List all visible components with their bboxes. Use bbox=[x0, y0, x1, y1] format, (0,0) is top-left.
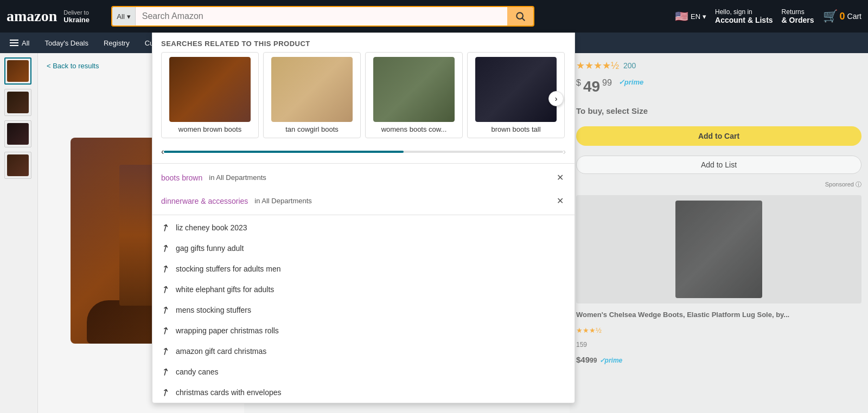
scroll-right-arrow[interactable]: › bbox=[563, 147, 566, 157]
hamburger-icon bbox=[10, 40, 18, 46]
account-link[interactable]: Hello, sign in Account & Lists bbox=[715, 8, 773, 24]
close-recent-1[interactable]: ✕ bbox=[554, 170, 566, 185]
trending-arrow-icon-4: ↗ bbox=[159, 282, 172, 297]
search-dropdown: SEARCHES RELATED TO THIS PRODUCT women b… bbox=[152, 33, 575, 403]
language-selector[interactable]: 🇺🇸 EN ▾ bbox=[675, 10, 706, 23]
thumbnail-1[interactable] bbox=[4, 57, 31, 85]
recent-search-1[interactable]: boots brown in All Departments ✕ bbox=[152, 166, 575, 189]
brown-boot-image bbox=[169, 57, 251, 122]
tall-boot-image bbox=[475, 57, 557, 122]
trending-label-6: wrapping paper christmas rolls bbox=[176, 326, 279, 335]
all-menu-button[interactable]: All bbox=[7, 37, 33, 49]
thumbnail-2[interactable] bbox=[4, 89, 31, 116]
recommended-product-image[interactable] bbox=[576, 195, 861, 304]
trending-item-9[interactable]: ↗ christmas cards with envelopes bbox=[152, 382, 575, 403]
cart-link[interactable]: 🛒 0 Cart bbox=[823, 9, 861, 23]
recent-search-label-1: boots brown bbox=[161, 173, 202, 182]
rec-star-rating: ★★★½ bbox=[576, 326, 861, 334]
rec-price: $4999 ✓prime bbox=[576, 355, 861, 364]
amazon-logo[interactable]: amazon bbox=[7, 8, 57, 25]
trending-label-7: amazon gift card christmas bbox=[176, 347, 266, 356]
related-label-3: womens boots cow... bbox=[381, 125, 447, 133]
trending-item-6[interactable]: ↗ wrapping paper christmas rolls bbox=[152, 320, 575, 341]
trending-label-5: mens stocking stuffers bbox=[176, 306, 251, 314]
close-recent-2[interactable]: ✕ bbox=[554, 193, 566, 208]
trending-arrow-icon-1: ↗ bbox=[159, 221, 172, 235]
navbar-today-deals[interactable]: Today's Deals bbox=[41, 37, 92, 49]
trending-item-7[interactable]: ↗ amazon gift card christmas bbox=[152, 341, 575, 362]
trending-arrow-icon-7: ↗ bbox=[159, 344, 172, 359]
trending-item-1[interactable]: ↗ liz cheney book 2023 bbox=[152, 217, 575, 238]
divider-1 bbox=[152, 163, 575, 164]
divider-2 bbox=[152, 215, 575, 215]
trending-item-4[interactable]: ↗ white elephant gifts for adults bbox=[152, 279, 575, 300]
right-panel: ★★★★½ 200 $ 49 99 ✓prime To buy, select … bbox=[570, 53, 868, 413]
thumbnail-4[interactable] bbox=[4, 152, 31, 179]
thumbnail-3[interactable] bbox=[4, 120, 31, 147]
related-product-2[interactable]: tan cowgirl boots bbox=[263, 52, 361, 138]
search-bar: All ▾ bbox=[111, 6, 534, 27]
star-rating: ★★★★½ bbox=[576, 60, 619, 72]
search-button[interactable] bbox=[507, 7, 533, 25]
trending-item-5[interactable]: ↗ mens stocking stuffers bbox=[152, 300, 575, 320]
search-input[interactable] bbox=[136, 7, 508, 25]
related-product-1[interactable]: women brown boots bbox=[161, 52, 259, 138]
related-products-section: women brown boots tan cowgirl boots wome… bbox=[152, 52, 575, 145]
related-label-2: tan cowgirl boots bbox=[285, 125, 339, 133]
recent-search-2[interactable]: dinnerware & accessories in All Departme… bbox=[152, 189, 575, 212]
recent-search-left-1: boots brown in All Departments bbox=[161, 173, 266, 182]
related-img-4 bbox=[475, 57, 557, 122]
trending-arrow-icon-8: ↗ bbox=[159, 365, 172, 379]
related-product-3[interactable]: womens boots cow... bbox=[365, 52, 463, 138]
dropdown-header: SEARCHES RELATED TO THIS PRODUCT bbox=[152, 33, 575, 52]
review-count[interactable]: 200 bbox=[623, 61, 636, 70]
related-products-list: women brown boots tan cowgirl boots wome… bbox=[152, 52, 575, 145]
recent-search-dept-1: in All Departments bbox=[209, 173, 266, 182]
recent-search-dept-2: in All Departments bbox=[254, 197, 312, 205]
rec-review-count: 159 bbox=[576, 341, 861, 349]
scroll-progress-bar: ‹ › bbox=[152, 145, 575, 161]
trending-item-8[interactable]: ↗ candy canes bbox=[152, 362, 575, 382]
add-to-list-button[interactable]: Add to List bbox=[576, 156, 861, 174]
progress-bar bbox=[164, 151, 563, 153]
search-category-select[interactable]: All ▾ bbox=[112, 7, 135, 25]
trending-arrow-icon-9: ↗ bbox=[159, 385, 172, 400]
related-img-3 bbox=[373, 57, 455, 122]
sponsored-label: Sponsored ⓘ bbox=[576, 180, 861, 189]
tan-boot-image bbox=[271, 57, 353, 122]
trending-label-9: christmas cards with envelopes bbox=[176, 388, 282, 397]
svg-line-1 bbox=[522, 18, 525, 21]
trending-label-1: liz cheney book 2023 bbox=[176, 223, 247, 232]
trending-arrow-icon-2: ↗ bbox=[159, 241, 172, 256]
trending-arrow-icon-3: ↗ bbox=[159, 262, 172, 276]
chelsea-boot-image bbox=[675, 201, 762, 298]
recent-search-label-2: dinnerware & accessories bbox=[161, 197, 248, 205]
recent-search-left-2: dinnerware & accessories in All Departme… bbox=[161, 197, 312, 205]
scroll-right-button[interactable]: › bbox=[548, 91, 564, 106]
related-img-2 bbox=[271, 57, 353, 122]
svg-point-0 bbox=[517, 12, 524, 19]
related-img-1 bbox=[169, 57, 251, 122]
trending-label-2: gag gifts funny adult bbox=[176, 244, 244, 253]
size-selection-prompt: To buy, select Size bbox=[576, 106, 861, 115]
deliver-to[interactable]: Deliver to Ukraine bbox=[63, 9, 107, 24]
related-label-1: women brown boots bbox=[178, 125, 241, 133]
returns-orders-link[interactable]: Returns & Orders bbox=[782, 8, 814, 24]
cowgirl-boot-image bbox=[373, 57, 455, 122]
price-row: $ 49 99 ✓prime bbox=[576, 78, 861, 95]
related-label-4: brown boots tall bbox=[491, 125, 540, 133]
add-to-cart-button[interactable]: Add to Cart bbox=[576, 126, 861, 146]
trending-arrow-icon-5: ↗ bbox=[159, 303, 172, 318]
product-thumbnails bbox=[0, 53, 38, 413]
rating-row: ★★★★½ 200 bbox=[576, 60, 861, 72]
trending-item-3[interactable]: ↗ stocking stuffers for adults men bbox=[152, 259, 575, 279]
navbar-registry[interactable]: Registry bbox=[100, 37, 133, 49]
recommended-product-title[interactable]: Women's Chelsea Wedge Boots, Elastic Pla… bbox=[576, 310, 861, 320]
progress-fill bbox=[164, 151, 403, 153]
trending-label-3: stocking stuffers for adults men bbox=[176, 264, 281, 273]
trending-arrow-icon-6: ↗ bbox=[159, 324, 172, 338]
trending-item-2[interactable]: ↗ gag gifts funny adult bbox=[152, 238, 575, 259]
header-right: 🇺🇸 EN ▾ Hello, sign in Account & Lists R… bbox=[675, 8, 861, 24]
trending-label-4: white elephant gifts for adults bbox=[176, 285, 274, 294]
header: amazon Deliver to Ukraine All ▾ 🇺🇸 EN ▾ … bbox=[0, 0, 868, 33]
